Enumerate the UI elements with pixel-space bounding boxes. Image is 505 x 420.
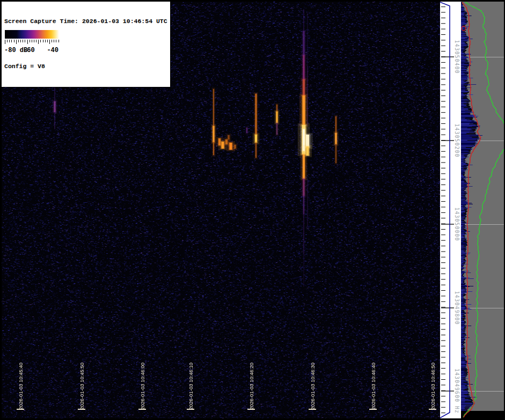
time-axis-label: 2026-01-03 10:46:40: [370, 363, 376, 410]
colorbar-label-mid: -60: [23, 47, 35, 54]
colorbar-tick: [40, 40, 41, 42]
freq-axis-label: 143049800: [454, 291, 460, 325]
freq-axis-label: 143050000: [454, 207, 460, 241]
time-axis-tick: [17, 409, 24, 410]
colorbar-tick: [47, 40, 48, 42]
colorbar-tick: [27, 40, 28, 44]
colorbar-tick: [45, 40, 46, 42]
freq-axis-label: 143049600 Hz: [454, 369, 460, 414]
colorbar-tick: [20, 40, 21, 42]
colorbar-tick: [14, 40, 14, 42]
colorbar-tick: [7, 40, 8, 42]
freq-axis-label: 143050200: [454, 123, 460, 157]
time-axis-label: 2026-01-03 10:46:50: [430, 363, 436, 410]
colorbar-tick: [36, 40, 36, 42]
colorbar-tick: [5, 40, 5, 44]
time-axis-tick: [138, 409, 146, 410]
colorbar-tick: [11, 40, 12, 42]
time-axis-label: 2026-01-03 10:45:50: [79, 363, 85, 410]
time-axis-tick: [187, 409, 194, 410]
colorbar-tick: [49, 40, 50, 44]
time-axis-tick: [247, 409, 255, 410]
time-axis-tick: [369, 409, 377, 410]
colorbar-tick: [52, 40, 52, 42]
colorbar-tick: [56, 40, 56, 42]
colorbar-tick: [32, 40, 32, 42]
colorbar-tick: [30, 40, 30, 42]
colorbar-tick: [38, 40, 39, 44]
time-axis-label: 2026-01-03 10:46:30: [310, 363, 316, 410]
time-axis-label: 2026-01-03 10:46:10: [188, 363, 194, 410]
time-axis-tick: [309, 409, 316, 410]
colorbar-tick: [18, 40, 19, 42]
colorbar-label-max: -40: [47, 47, 58, 54]
time-axis-label: 2026-01-03 10:46:20: [248, 363, 254, 410]
time-axis-tick: [429, 409, 436, 410]
colorbar-tick: [23, 40, 23, 42]
capture-time-text: Screen Capture Time: 2026-01-03 10:46:54…: [4, 18, 167, 25]
freq-axis-label: 143050400: [454, 40, 460, 73]
config-text: Config = V8: [4, 63, 167, 70]
time-axis-tick: [78, 409, 85, 410]
colorbar-tick: [58, 40, 59, 42]
colorbar-tick: [43, 40, 43, 42]
colorbar-tick: [54, 40, 54, 42]
colorbar-tick: [34, 40, 34, 42]
colorbar-tick: [16, 40, 17, 44]
colorbar-labels: -80 dB -60 -40: [4, 47, 60, 55]
time-axis-label: 2026-01-03 10:45:40: [18, 363, 24, 410]
time-axis-label: 2026-01-03 10:46:00: [140, 363, 145, 410]
colorbar-tick: [9, 40, 10, 42]
colorbar-gradient: [5, 30, 59, 39]
spectrogram-display: 1430504001430502001430500001430498001430…: [0, 0, 505, 420]
colorbar-tick: [25, 40, 25, 42]
colorbar: -80 dB -60 -40: [4, 29, 60, 56]
spectrum-panel-canvas: [461, 2, 504, 418]
